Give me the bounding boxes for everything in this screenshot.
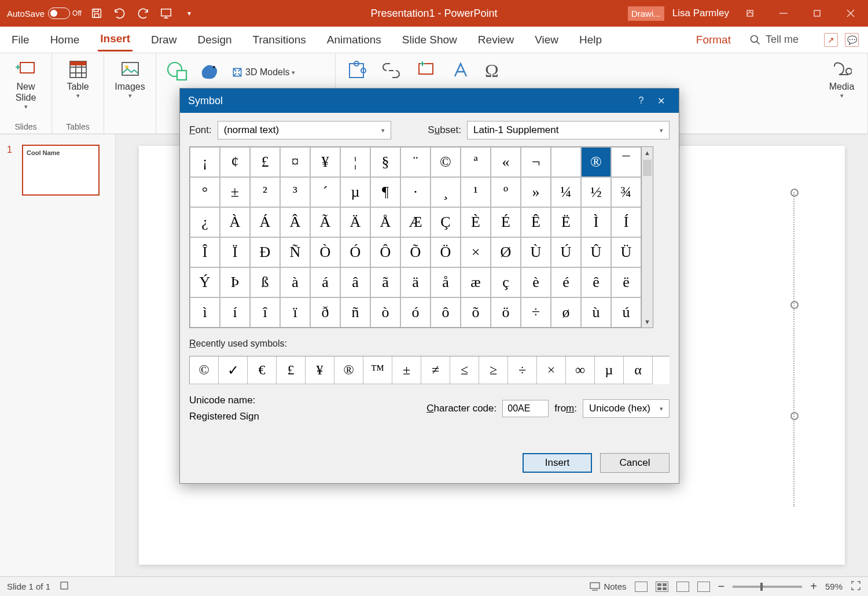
symbol-cell[interactable]: ó bbox=[400, 297, 431, 328]
scrollbar[interactable]: ▲ ▼ bbox=[642, 146, 653, 328]
recent-symbol-cell[interactable]: ™ bbox=[363, 356, 392, 384]
zoom-slider[interactable] bbox=[733, 586, 802, 588]
recent-symbol-cell[interactable]: ≠ bbox=[421, 356, 450, 384]
symbol-cell[interactable]: Ç bbox=[431, 207, 461, 237]
redo-icon[interactable] bbox=[135, 5, 151, 21]
autosave-toggle[interactable]: AutoSave Off bbox=[7, 8, 82, 19]
symbol-cell[interactable]: Ó bbox=[340, 237, 370, 267]
present-icon[interactable] bbox=[158, 5, 174, 21]
tab-help[interactable]: Help bbox=[577, 29, 604, 51]
shapes-icon[interactable] bbox=[164, 60, 187, 84]
symbol-cell[interactable]: Æ bbox=[400, 207, 431, 237]
symbol-cell[interactable]: ¯ bbox=[611, 147, 641, 177]
images-icon[interactable] bbox=[120, 58, 140, 81]
symbol-cell[interactable]: ì bbox=[190, 297, 220, 328]
tab-draw[interactable]: Draw bbox=[149, 29, 179, 51]
symbol-cell[interactable]: Û bbox=[581, 237, 611, 267]
table-icon[interactable] bbox=[68, 58, 88, 81]
symbol-cell[interactable]: § bbox=[370, 147, 400, 177]
symbol-cell[interactable]: ç bbox=[491, 267, 521, 297]
chevron-down-icon[interactable]: ▾ bbox=[24, 103, 28, 111]
symbol-cell[interactable]: ï bbox=[280, 297, 310, 328]
share-icon[interactable]: ↗ bbox=[824, 33, 838, 47]
symbol-cell[interactable]: Ä bbox=[340, 207, 370, 237]
models3d-label[interactable]: 3D Models bbox=[245, 67, 289, 78]
maximize-icon[interactable] bbox=[804, 0, 830, 27]
symbol-cell[interactable]: ¼ bbox=[551, 177, 581, 207]
minimize-icon[interactable] bbox=[771, 0, 796, 27]
symbol-cell[interactable]: ¶ bbox=[370, 177, 400, 207]
symbol-cell[interactable]: é bbox=[551, 267, 581, 297]
symbol-cell[interactable]: ¡ bbox=[190, 147, 220, 177]
symbol-cell[interactable]: à bbox=[280, 267, 310, 297]
symbol-cell[interactable]: ª bbox=[461, 147, 491, 177]
qat-customize-icon[interactable]: ▾ bbox=[181, 5, 197, 21]
tab-design[interactable]: Design bbox=[195, 29, 234, 51]
symbol-cell[interactable]: £ bbox=[250, 147, 280, 177]
recent-symbol-cell[interactable]: € bbox=[248, 356, 277, 384]
symbol-cell[interactable]: ÷ bbox=[521, 297, 551, 328]
recent-symbol-cell[interactable]: ® bbox=[334, 356, 363, 384]
selection-handle[interactable] bbox=[790, 301, 799, 309]
symbol-cell[interactable]: · bbox=[400, 177, 431, 207]
symbol-cell[interactable]: ñ bbox=[340, 297, 370, 328]
recent-symbols[interactable]: ©✓€£¥®™±≠≤≥÷×∞µα bbox=[189, 356, 670, 384]
symbol-cell[interactable]: ² bbox=[250, 177, 280, 207]
normal-view-icon[interactable] bbox=[635, 582, 648, 592]
symbol-cell[interactable]: ® bbox=[581, 147, 611, 177]
symbol-cell[interactable]: © bbox=[431, 147, 461, 177]
slide-thumbnail[interactable]: Cool Name bbox=[22, 145, 100, 196]
table-label[interactable]: Table bbox=[67, 81, 89, 92]
media-label[interactable]: Media bbox=[829, 81, 855, 92]
symbol-cell[interactable]: É bbox=[491, 207, 521, 237]
symbol-cell[interactable]: Ô bbox=[370, 237, 400, 267]
symbol-cell[interactable]: ß bbox=[250, 267, 280, 297]
symbol-cell[interactable]: Õ bbox=[400, 237, 431, 267]
symbol-cell[interactable]: å bbox=[431, 267, 461, 297]
symbol-cell[interactable]: è bbox=[521, 267, 551, 297]
symbol-cell[interactable]: Ð bbox=[250, 237, 280, 267]
chevron-down-icon[interactable]: ▾ bbox=[840, 92, 844, 100]
symbol-cell[interactable]: Ø bbox=[491, 237, 521, 267]
ribbon-options-icon[interactable] bbox=[737, 0, 763, 27]
symbol-cell[interactable]: Ö bbox=[431, 237, 461, 267]
scroll-up-icon[interactable]: ▲ bbox=[642, 147, 653, 159]
symbol-cell[interactable]: ± bbox=[220, 177, 250, 207]
symbol-cell[interactable]: ò bbox=[370, 297, 400, 328]
symbol-cell[interactable]: Å bbox=[370, 207, 400, 237]
symbol-cell[interactable]: ë bbox=[611, 267, 641, 297]
zoom-in-icon[interactable]: + bbox=[810, 580, 817, 593]
close-icon[interactable]: ✕ bbox=[651, 95, 671, 106]
symbol-cell[interactable]: ã bbox=[370, 267, 400, 297]
tab-format[interactable]: Format bbox=[694, 29, 733, 51]
symbol-cell[interactable]: ½ bbox=[581, 177, 611, 207]
symbol-cell[interactable]: ¸ bbox=[431, 177, 461, 207]
tab-home[interactable]: Home bbox=[48, 29, 82, 51]
symbol-cell[interactable]: Ú bbox=[551, 237, 581, 267]
new-slide-label[interactable]: New Slide bbox=[16, 81, 36, 103]
symbol-cell[interactable]: Î bbox=[190, 237, 220, 267]
cancel-button[interactable]: Cancel bbox=[600, 453, 670, 473]
symbol-cell[interactable]: ù bbox=[581, 297, 611, 328]
chevron-down-icon[interactable]: ▾ bbox=[76, 92, 80, 100]
symbol-cell[interactable]: ¦ bbox=[340, 147, 370, 177]
symbol-cell[interactable]: Ë bbox=[551, 207, 581, 237]
notes-button[interactable]: Notes bbox=[590, 582, 626, 591]
recent-symbol-cell[interactable]: ≤ bbox=[450, 356, 479, 384]
recent-symbol-cell[interactable]: ± bbox=[392, 356, 421, 384]
media-icon[interactable] bbox=[832, 58, 852, 81]
tellme-search[interactable]: Tell me bbox=[749, 34, 799, 46]
font-combo[interactable]: (normal text)▾ bbox=[218, 121, 391, 139]
symbol-cell[interactable]: Ï bbox=[220, 237, 250, 267]
symbol-cell[interactable]: Á bbox=[250, 207, 280, 237]
symbol-cell[interactable]: × bbox=[461, 237, 491, 267]
symbol-cell[interactable]: ³ bbox=[280, 177, 310, 207]
save-icon[interactable] bbox=[89, 5, 105, 21]
symbol-cell[interactable]: Ã bbox=[310, 207, 340, 237]
symbol-grid[interactable]: ¡¢£¤¥¦§¨©ª«¬­®¯°±²³´µ¶·¸¹º»¼½¾¿ÀÁÂÃÄÅÆÇÈ… bbox=[189, 146, 642, 328]
recent-symbol-cell[interactable]: µ bbox=[595, 356, 624, 384]
recent-symbol-cell[interactable]: ÷ bbox=[508, 356, 537, 384]
new-slide-icon[interactable] bbox=[16, 58, 36, 81]
symbol-cell[interactable]: Â bbox=[280, 207, 310, 237]
close-icon[interactable] bbox=[838, 0, 863, 27]
